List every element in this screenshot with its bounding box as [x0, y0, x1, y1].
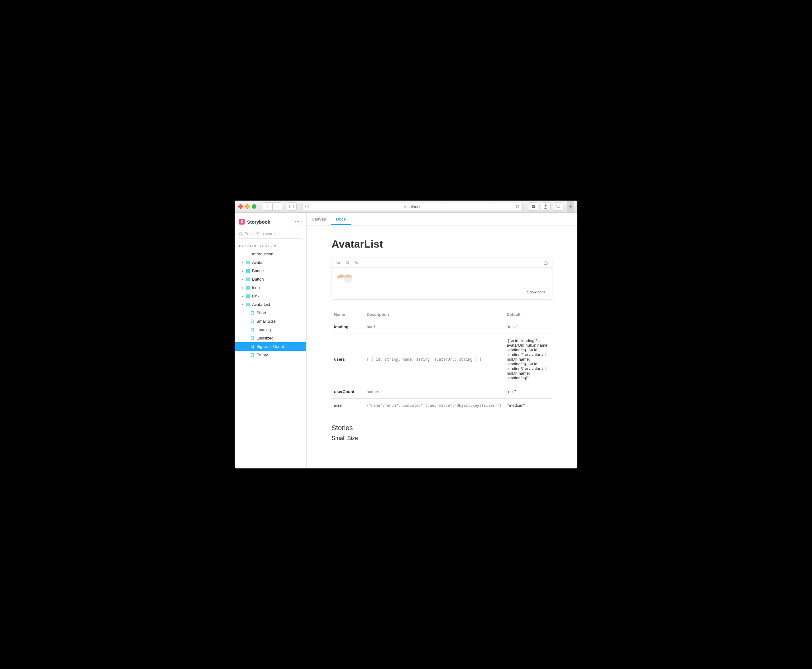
svg-point-9 [297, 222, 298, 222]
sidebar-menu-button[interactable] [293, 217, 302, 227]
minimize-window-button[interactable] [245, 204, 249, 208]
sidebar-item-avatar[interactable]: ▸Avatar [235, 258, 306, 267]
svg-line-38 [339, 263, 340, 264]
sidebar-story-short[interactable]: Short [235, 309, 306, 317]
sidebar-story-ellipsized[interactable]: Ellipsized [235, 334, 306, 342]
open-isolated-button[interactable] [544, 261, 548, 265]
sidebar-story-loading[interactable]: Loading [235, 326, 306, 334]
zoom-reset-button[interactable] [355, 261, 359, 265]
site-info-icon: i [305, 204, 309, 208]
new-tab-button[interactable] [567, 200, 574, 212]
sidebar-item-label: Short [256, 311, 303, 315]
sidebar-item-icon[interactable]: ▸Icon [235, 283, 306, 292]
prop-default: "'medium'" [504, 398, 553, 412]
document-icon [246, 252, 250, 256]
page-title: AvatarList [332, 238, 553, 250]
svg-rect-21 [246, 278, 248, 279]
svg-point-8 [295, 222, 296, 222]
brand-name: Storybook [247, 219, 270, 225]
component-icon [246, 303, 250, 307]
search-icon [239, 232, 243, 236]
svg-point-10 [298, 222, 300, 222]
tabs-overview-button[interactable] [553, 202, 563, 210]
svg-rect-14 [248, 261, 249, 262]
prop-name: size [332, 398, 364, 412]
downloads-button[interactable] [528, 202, 538, 210]
sidebar-section-title: DESIGN SYSTEM [235, 242, 306, 250]
svg-rect-29 [246, 295, 248, 296]
svg-line-12 [241, 235, 243, 235]
nav-back-forward [263, 202, 282, 210]
back-button[interactable] [263, 202, 273, 210]
svg-rect-15 [246, 263, 248, 264]
svg-line-42 [348, 263, 349, 264]
tabs: CanvasDocs [307, 213, 577, 225]
sidebar-item-label: Introduction [252, 252, 303, 256]
sidebar-story-big-user-count[interactable]: Big User Count [235, 342, 306, 351]
sidebar-item-link[interactable]: ▸Link [235, 292, 306, 300]
sidebar-story-small-size[interactable]: Small Size [235, 317, 306, 326]
sidebar-item-button[interactable]: ▸Button [235, 275, 306, 283]
component-icon [246, 277, 250, 282]
close-window-button[interactable] [238, 204, 243, 208]
address-bar[interactable]: i localhost [302, 202, 522, 211]
sidebar-item-avatarlist[interactable]: ▾AvatarList [235, 300, 306, 309]
search-input[interactable]: Press "/" to search... [239, 230, 302, 239]
svg-rect-26 [248, 286, 249, 287]
sidebar-item-introduction[interactable]: Introduction [235, 250, 306, 258]
svg-rect-35 [246, 305, 248, 306]
main: CanvasDocs AvatarList [307, 213, 577, 469]
zoom-in-button[interactable] [336, 261, 340, 265]
props-row-userCount: userCountnumber"null" [332, 385, 553, 398]
props-col-name: Name [332, 309, 364, 320]
svg-rect-13 [246, 261, 248, 262]
prop-default: "null" [504, 385, 553, 398]
forward-button[interactable] [272, 202, 282, 210]
svg-rect-27 [246, 288, 248, 289]
svg-rect-32 [248, 296, 249, 298]
sidebar-story-empty[interactable]: Empty [235, 351, 306, 359]
prop-name: loading [332, 320, 364, 334]
story-icon [250, 328, 254, 332]
tab-canvas[interactable]: Canvas [307, 213, 331, 225]
svg-text:i: i [307, 205, 308, 208]
svg-rect-25 [246, 286, 248, 287]
share-button[interactable] [541, 202, 551, 210]
zoom-out-button[interactable] [345, 261, 350, 265]
docs-content: AvatarList [307, 225, 577, 469]
props-col-description: Description [364, 309, 504, 320]
props-table: Name Description Default loadingbool"fal… [332, 309, 553, 412]
brand[interactable]: S Storybook [239, 219, 270, 225]
sidebar-item-label: Loading [256, 327, 303, 332]
sidebar-header: S Storybook [235, 213, 306, 230]
sidebar-item-label: Empty [256, 353, 303, 357]
svg-rect-20 [248, 271, 249, 272]
prop-description: [ { id: string, name: string, avatarUrl:… [364, 334, 504, 385]
component-icon [246, 269, 250, 273]
svg-rect-16 [248, 263, 249, 264]
titlebar-right [528, 202, 563, 210]
storybook-logo-icon: S [239, 219, 244, 225]
svg-rect-36 [248, 305, 249, 306]
sidebar-toggle-button[interactable] [286, 202, 296, 210]
component-icon [246, 294, 250, 298]
prop-default: "[{\n id: 'loading',\n avatarUrl: null,\… [504, 334, 553, 385]
story-title: Small Size [332, 435, 553, 442]
component-icon [246, 286, 250, 290]
tab-divider [351, 215, 351, 223]
svg-rect-33 [246, 303, 248, 304]
show-code-button[interactable]: Show code [524, 288, 549, 296]
sidebar-item-badge[interactable]: ▸Badge [235, 267, 306, 275]
reload-button[interactable] [516, 205, 520, 208]
story-icon [250, 319, 254, 324]
svg-rect-28 [248, 288, 249, 289]
props-row-users: users[ { id: string, name: string, avata… [332, 334, 553, 385]
address-text: localhost [404, 204, 420, 209]
tab-docs[interactable]: Docs [331, 213, 351, 225]
app: S Storybook Press "/" to search... DESIG… [235, 213, 577, 469]
zoom-window-button[interactable] [252, 204, 256, 208]
story-icon [250, 336, 254, 340]
svg-rect-17 [246, 269, 248, 271]
sidebar-item-label: Ellipsized [256, 336, 303, 340]
preview-toolbar [332, 258, 552, 267]
